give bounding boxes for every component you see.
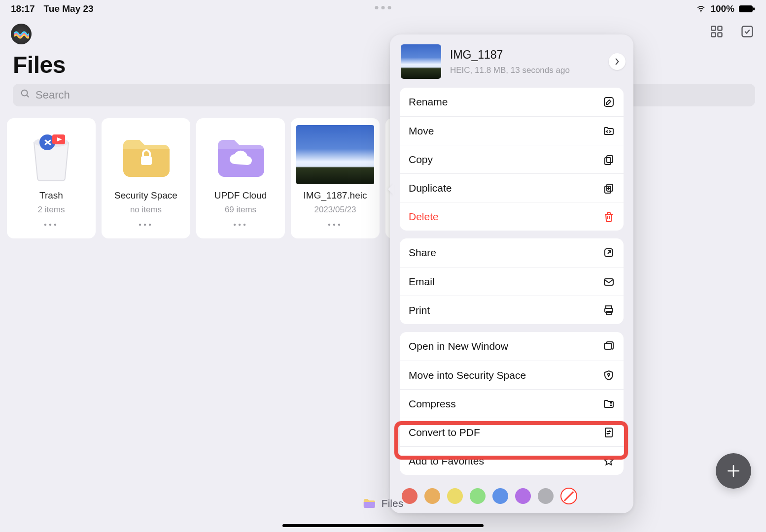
card-title: Security Space: [114, 190, 177, 201]
svg-rect-5: [712, 33, 716, 36]
popover-header[interactable]: IMG_1187 HEIC, 11.8 MB, 13 seconds ago: [390, 34, 633, 88]
color-tag-purple[interactable]: [515, 488, 531, 504]
status-time: 18:17: [11, 3, 35, 14]
svg-rect-15: [607, 156, 613, 163]
menu-add-favorites[interactable]: Add to Favorites: [400, 446, 624, 475]
bottom-tab-label: Files: [382, 498, 403, 509]
card-title: UPDF Cloud: [214, 190, 267, 201]
star-icon: [603, 455, 615, 467]
file-card-trash[interactable]: Trash 2 items ●●●: [7, 118, 96, 238]
folder-icon: [363, 498, 376, 509]
wifi-icon: [696, 4, 706, 13]
color-tag-red[interactable]: [402, 488, 418, 504]
color-tag-gray[interactable]: [538, 488, 554, 504]
file-card-updf-cloud[interactable]: UPDF Cloud 69 items ●●●: [196, 118, 285, 238]
file-grid: Trash 2 items ●●● Security Space no item…: [7, 118, 759, 238]
page-title: Files: [13, 51, 66, 78]
svg-point-8: [22, 90, 28, 96]
menu-duplicate[interactable]: Duplicate: [400, 173, 624, 202]
svg-rect-18: [605, 186, 611, 193]
multitask-dots[interactable]: [375, 6, 391, 9]
plus-icon: [726, 463, 741, 479]
card-title: Trash: [39, 190, 63, 201]
grid-view-toggle[interactable]: [709, 24, 725, 39]
menu-copy[interactable]: Copy: [400, 145, 624, 173]
search-icon: [20, 88, 31, 102]
color-tag-orange[interactable]: [424, 488, 440, 504]
color-tag-blue[interactable]: [492, 488, 508, 504]
svg-rect-20: [604, 279, 613, 285]
print-icon: [603, 304, 615, 316]
card-more-icon[interactable]: ●●●: [328, 222, 343, 227]
svg-rect-16: [605, 158, 611, 165]
add-button[interactable]: [716, 453, 751, 489]
window-icon: [603, 340, 615, 352]
menu-label: Copy: [409, 154, 433, 166]
menu-email[interactable]: Email: [400, 267, 624, 296]
menu-label: Print: [409, 304, 430, 316]
trash-icon: [603, 211, 615, 223]
menu-move-security-space[interactable]: Move into Security Space: [400, 361, 624, 389]
bottom-tab-files[interactable]: Files: [363, 498, 403, 509]
menu-share[interactable]: Share: [400, 238, 624, 267]
popover-group-share: Share Email Print: [400, 238, 624, 324]
shield-icon: [603, 369, 615, 381]
svg-point-0: [700, 11, 701, 12]
mail-icon: [603, 276, 615, 288]
menu-label: Convert to PDF: [409, 427, 480, 438]
menu-rename[interactable]: Rename: [400, 88, 624, 116]
menu-label: Duplicate: [409, 182, 452, 194]
popover-group-actions: Open in New Window Move into Security Sp…: [400, 332, 624, 475]
rename-icon: [603, 96, 615, 108]
menu-convert-pdf[interactable]: Convert to PDF: [400, 418, 624, 446]
menu-label: Delete: [409, 211, 439, 223]
menu-label: Compress: [409, 398, 456, 410]
menu-move[interactable]: Move: [400, 116, 624, 145]
popover-thumbnail: [401, 44, 441, 79]
home-indicator[interactable]: [282, 524, 484, 527]
menu-label: Share: [409, 247, 436, 259]
menu-delete[interactable]: Delete: [400, 202, 624, 231]
card-more-icon[interactable]: ●●●: [139, 222, 153, 227]
menu-open-new-window[interactable]: Open in New Window: [400, 332, 624, 361]
menu-compress[interactable]: Compress: [400, 389, 624, 418]
svg-rect-26: [605, 428, 612, 437]
menu-label: Email: [409, 276, 435, 288]
chevron-right-icon: [614, 58, 621, 66]
svg-rect-1: [739, 5, 753, 12]
folder-lock-icon: [116, 128, 175, 182]
search-input[interactable]: Search: [13, 84, 755, 106]
color-tag-green[interactable]: [470, 488, 486, 504]
card-title: IMG_1187.heic: [304, 190, 367, 201]
color-tag-row: [390, 483, 633, 504]
svg-point-25: [608, 373, 610, 375]
file-card-image[interactable]: IMG_1187.heic 2023/05/23 ●●●: [291, 118, 380, 238]
search-placeholder: Search: [35, 89, 70, 101]
menu-label: Rename: [409, 96, 448, 108]
duplicate-icon: [603, 182, 615, 194]
copy-icon: [603, 154, 615, 166]
popover-details-button[interactable]: [609, 53, 626, 70]
context-popover: IMG_1187 HEIC, 11.8 MB, 13 seconds ago R…: [390, 34, 633, 513]
svg-rect-7: [742, 27, 753, 37]
file-card-security-space[interactable]: Security Space no items ●●●: [102, 118, 190, 238]
battery-icon: [738, 5, 755, 13]
select-toggle[interactable]: [739, 24, 755, 39]
status-bar: 18:17 Tue May 23 100%: [0, 0, 766, 18]
popover-group-file: Rename Move Copy Duplicate Delete: [400, 88, 624, 231]
menu-label: Move: [409, 125, 434, 137]
card-sub: no items: [130, 205, 162, 215]
card-sub: 2023/05/23: [314, 205, 356, 215]
card-more-icon[interactable]: ●●●: [44, 222, 59, 227]
battery-percent: 100%: [710, 3, 734, 14]
card-more-icon[interactable]: ●●●: [233, 222, 248, 227]
menu-print[interactable]: Print: [400, 296, 624, 324]
svg-rect-13: [141, 156, 152, 165]
color-tag-none[interactable]: [560, 488, 577, 504]
app-logo[interactable]: [11, 24, 32, 44]
color-tag-yellow[interactable]: [447, 488, 463, 504]
svg-rect-14: [604, 98, 613, 106]
move-icon: [603, 125, 615, 137]
status-date: Tue May 23: [44, 3, 94, 14]
card-sub: 69 items: [225, 205, 256, 215]
